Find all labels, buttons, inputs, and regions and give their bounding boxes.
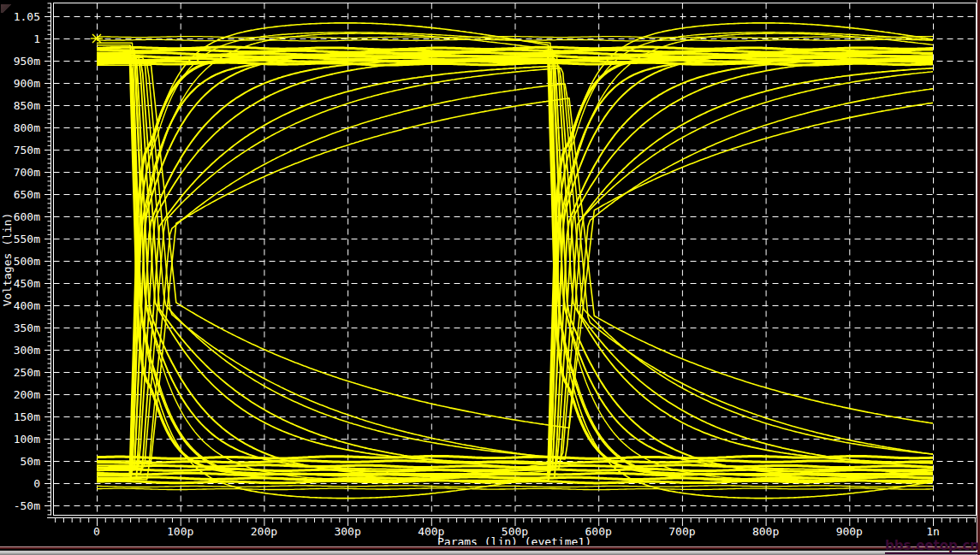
y-axis-title: Voltages (lin)	[1, 200, 14, 320]
y-tick-label: 50m	[21, 455, 41, 468]
y-tick-label: 400m	[14, 299, 40, 312]
eye-trace-high-hold	[97, 52, 933, 55]
y-tick-label: 300m	[14, 344, 40, 357]
y-tick-label: 350m	[14, 322, 40, 334]
eye-trace-low-hold	[97, 461, 933, 463]
eye-trace-high-hold	[97, 62, 933, 65]
y-tick-label: 500m	[14, 255, 40, 268]
y-tick-label: 0	[33, 477, 40, 490]
y-tick-label: 900m	[14, 77, 40, 90]
waveform-viewer-window: 1.051950m900m850m800m750m700m650m600m550…	[0, 0, 980, 555]
y-tick-label: 700m	[14, 166, 40, 179]
y-tick-label: 250m	[14, 366, 40, 379]
y-tick-label: -50m	[14, 499, 40, 512]
y-tick-label: 600m	[14, 210, 40, 223]
y-tick-label: 1	[33, 32, 40, 45]
y-tick-label: 550m	[14, 233, 40, 245]
eye-trace-low-thin	[97, 488, 933, 490]
y-tick-label: 800m	[14, 121, 40, 134]
eye-trace-low-hold	[97, 456, 933, 458]
axes-layer	[45, 3, 977, 527]
eye-diagram-canvas[interactable]: 1.051950m900m850m800m750m700m650m600m550…	[0, 0, 980, 555]
eye-trace-low-hold	[97, 481, 933, 483]
corner-artifact	[1, 4, 12, 13]
y-tick-label: 150m	[14, 410, 40, 423]
y-tick-label: 450m	[14, 277, 40, 290]
y-tick-label: 750m	[14, 144, 40, 156]
y-tick-label: 950m	[14, 55, 40, 68]
watermark-text: bbs.eetop.cn	[885, 540, 979, 554]
y-tick-label: 650m	[14, 188, 40, 201]
window-bottom-border	[0, 545, 980, 555]
grid-layer	[54, 3, 977, 516]
eye-trace-low-hold	[97, 477, 933, 480]
window-right-border	[977, 0, 980, 555]
y-tick-label: 1.05	[14, 10, 40, 23]
eye-trace-high-hold	[97, 58, 933, 61]
y-tick-label: 100m	[14, 433, 40, 446]
y-tick-label: 200m	[14, 388, 40, 401]
y-tick-label: 850m	[14, 99, 40, 112]
